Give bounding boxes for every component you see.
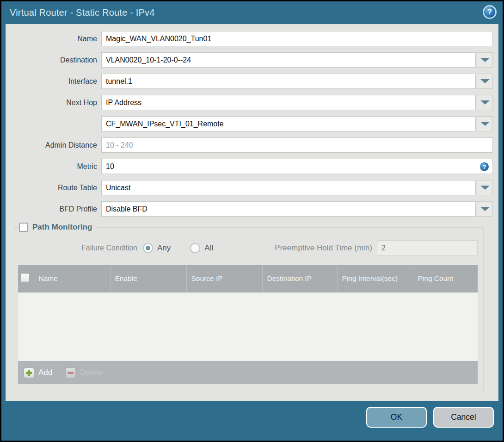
- dialog-frame: Virtual Router - Static Route - IPv4 ? N…: [1, 1, 503, 441]
- path-monitoring-title: Path Monitoring: [32, 223, 92, 232]
- delete-button-label: Delete: [80, 368, 103, 377]
- next-hop-select[interactable]: [101, 95, 476, 110]
- chevron-down-icon: [480, 186, 490, 190]
- path-monitoring-legend: Path Monitoring: [18, 223, 96, 232]
- dialog-content: Name Destination Interface: [6, 24, 498, 401]
- preemptive-hold-time-input: [377, 240, 478, 255]
- preemptive-hold-time-label: Preemptive Hold Time (min): [275, 243, 377, 253]
- failure-condition-radio-group: Any All: [143, 243, 213, 253]
- next-hop-address-input[interactable]: [101, 116, 476, 131]
- help-glyph: ?: [487, 8, 492, 16]
- route-table-row: Route Table: [6, 180, 493, 195]
- name-label: Name: [6, 35, 101, 43]
- metric-row: Metric ?: [6, 159, 493, 174]
- destination-input[interactable]: [101, 52, 476, 68]
- admin-distance-input[interactable]: [101, 137, 493, 153]
- table-header-row: Name Enable Source IP Destination IP Pin…: [18, 265, 478, 293]
- cancel-button[interactable]: Cancel: [433, 407, 494, 428]
- next-hop-address-row: [6, 116, 493, 131]
- add-plus-icon: [24, 367, 34, 378]
- table-toolbar: Add Delete: [18, 361, 478, 384]
- help-icon[interactable]: ?: [483, 5, 497, 19]
- delete-button: Delete: [65, 367, 103, 378]
- chevron-down-icon: [480, 122, 490, 126]
- chevron-down-icon: [480, 207, 490, 211]
- dialog-title: Virtual Router - Static Route - IPv4: [1, 7, 155, 18]
- metric-label: Metric: [6, 162, 101, 171]
- column-header-ping-interval: Ping Interval(sec): [337, 265, 413, 293]
- select-all-checkbox[interactable]: [21, 274, 29, 282]
- admin-distance-label: Admin Distance: [6, 141, 101, 149]
- metric-input[interactable]: [101, 159, 493, 174]
- chevron-down-icon: [480, 58, 490, 62]
- destination-row: Destination: [6, 52, 493, 68]
- failure-condition-all-label: All: [204, 243, 213, 253]
- column-header-ping-count: Ping Count: [413, 265, 478, 293]
- add-button[interactable]: Add: [24, 367, 52, 378]
- ok-button[interactable]: OK: [366, 407, 427, 428]
- name-input[interactable]: [101, 31, 493, 46]
- table-empty-body: [18, 293, 478, 361]
- failure-condition-any-label: Any: [157, 243, 171, 253]
- chevron-down-icon: [480, 100, 490, 105]
- metric-help-glyph: ?: [483, 163, 486, 170]
- next-hop-dropdown-button[interactable]: [477, 95, 493, 110]
- interface-dropdown-button[interactable]: [477, 74, 493, 89]
- next-hop-address-dropdown-button[interactable]: [477, 116, 493, 131]
- column-header-enable: Enable: [110, 265, 186, 293]
- bfd-profile-row: BFD Profile: [6, 201, 493, 217]
- column-header-destination-ip: Destination IP: [262, 265, 337, 293]
- name-row: Name: [6, 31, 493, 46]
- failure-condition-label: Failure Condition: [18, 244, 143, 252]
- dialog-titlebar: Virtual Router - Static Route - IPv4 ?: [1, 1, 503, 24]
- metric-help-icon[interactable]: ?: [480, 162, 489, 171]
- column-header-source-ip: Source IP: [186, 265, 262, 293]
- bfd-profile-label: BFD Profile: [6, 205, 101, 213]
- chevron-down-icon: [480, 79, 490, 83]
- admin-distance-row: Admin Distance: [6, 137, 493, 153]
- bfd-profile-select[interactable]: [101, 201, 476, 217]
- destination-label: Destination: [6, 56, 101, 64]
- delete-minus-icon: [65, 367, 76, 378]
- next-hop-row: Next Hop: [6, 95, 493, 110]
- next-hop-label: Next Hop: [6, 99, 101, 107]
- interface-input[interactable]: [101, 74, 476, 89]
- route-table-select[interactable]: [101, 180, 476, 195]
- failure-condition-row: Failure Condition Any All Preemptive Hol…: [18, 240, 478, 255]
- path-monitoring-section: Path Monitoring Failure Condition Any Al…: [14, 223, 484, 391]
- path-monitoring-checkbox[interactable]: [19, 223, 28, 232]
- failure-condition-any-radio: [143, 243, 153, 253]
- route-table-label: Route Table: [6, 184, 101, 192]
- bfd-profile-dropdown-button[interactable]: [477, 201, 493, 217]
- failure-condition-all-radio: [190, 243, 200, 253]
- route-table-dropdown-button[interactable]: [477, 180, 493, 195]
- dialog-footer: OK Cancel: [1, 401, 503, 441]
- destination-dropdown-button[interactable]: [477, 52, 493, 68]
- column-header-name: Name: [34, 265, 110, 293]
- path-monitoring-table: Name Enable Source IP Destination IP Pin…: [18, 265, 478, 384]
- add-button-label: Add: [38, 368, 52, 377]
- interface-row: Interface: [6, 74, 493, 89]
- interface-label: Interface: [6, 77, 101, 86]
